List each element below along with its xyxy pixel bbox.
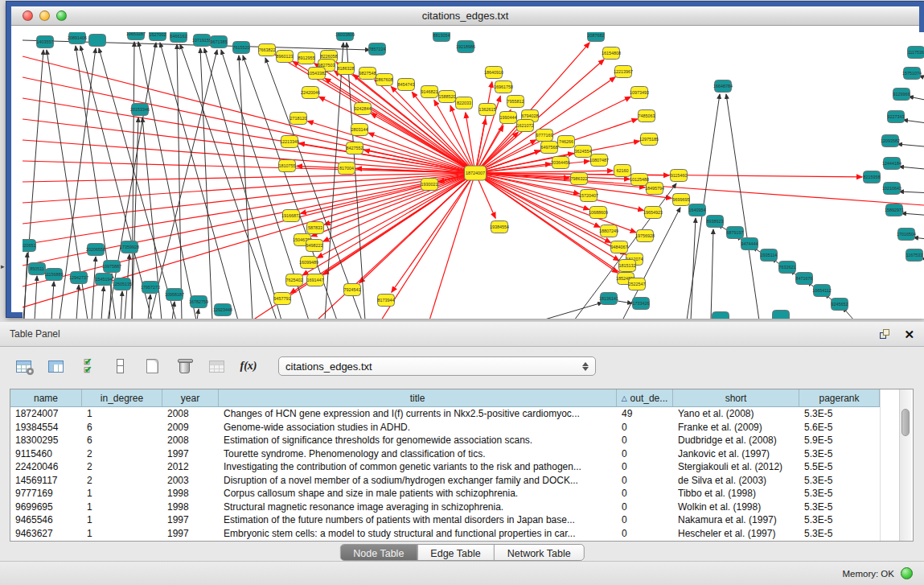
graph-node[interactable]: 20891406 (68, 32, 87, 44)
graph-node[interactable]: 10210643 (882, 183, 901, 195)
column-header-short[interactable]: short (673, 389, 799, 406)
graph-node[interactable]: 16961758 (494, 81, 513, 93)
graph-node[interactable]: 18136141 (599, 293, 618, 305)
graph-node[interactable]: 10975887 (102, 261, 121, 273)
graph-node[interactable]: 12213349 (280, 136, 299, 148)
graph-node[interactable]: 10688609 (589, 207, 608, 219)
graph-node[interactable]: 12213967 (614, 66, 633, 78)
graph-node[interactable]: 9827548 (359, 68, 376, 80)
graph-node[interactable]: 1588520 (439, 91, 456, 103)
graph-node[interactable]: 20206556 (86, 244, 105, 256)
graph-node[interactable]: 9242844 (355, 103, 372, 115)
graph-node[interactable]: 8960123 (277, 51, 294, 63)
column-header-out_de[interactable]: △out_de... (617, 389, 673, 406)
new-column-button[interactable] (142, 356, 162, 377)
row-options-button[interactable] (109, 356, 130, 377)
graph-node[interactable]: 10125488 (630, 174, 649, 186)
graph-node[interactable]: 12505135 (113, 278, 132, 290)
graph-node[interactable]: 15751074 (902, 68, 922, 80)
graph-node[interactable]: 1621072 (517, 120, 534, 132)
graph-node[interactable]: 7857224 (369, 43, 386, 56)
graph-node[interactable]: 1691447 (307, 274, 324, 286)
graph-node[interactable]: 9146821 (421, 86, 438, 98)
graph-node[interactable]: 7632621 (779, 262, 796, 274)
graph-node[interactable]: 1545194 (96, 274, 113, 286)
graph-node[interactable]: 7955812 (507, 96, 524, 108)
minimize-window-button[interactable] (39, 10, 50, 21)
tab-network-table[interactable]: Network Table (495, 545, 584, 560)
graph-node[interactable]: 9227343 (888, 111, 905, 123)
graph-node[interactable]: 10543382 (307, 68, 326, 80)
graph-node[interactable]: 10973493 (630, 87, 649, 99)
scrollbar-thumb[interactable] (901, 409, 910, 436)
graph-node[interactable]: 10807487 (589, 154, 609, 167)
graph-node[interactable]: 7615520 (233, 42, 250, 54)
graph-node[interactable]: 8813054 (433, 32, 450, 42)
graph-node[interactable]: 19384554 (490, 221, 509, 233)
graph-node[interactable]: 1403557 (37, 36, 54, 48)
column-header-year[interactable]: year (162, 389, 219, 406)
graph-node[interactable]: 8173944 (378, 295, 395, 307)
column-options-button[interactable] (45, 356, 66, 377)
column-header-name[interactable]: name (10, 389, 82, 406)
graph-node[interactable]: 2935114 (761, 249, 778, 262)
table-row[interactable]: 1830029562008Estimation of significance … (10, 434, 880, 447)
graph-node[interactable]: 822033 (456, 97, 473, 109)
graph-node[interactable]: 12093582 (881, 135, 900, 147)
graph-node[interactable]: 1930021 (421, 179, 438, 191)
graph-node[interactable]: 22420046 (301, 87, 320, 99)
graph-node[interactable] (773, 311, 790, 319)
table-row[interactable]: 946554611997Estimation of the future num… (10, 513, 880, 527)
close-panel-icon[interactable]: ✕ (904, 328, 914, 340)
graph-node[interactable]: 8471676 (796, 273, 813, 285)
table-row[interactable]: 911546021997Tourette syndrome. Phenomeno… (10, 447, 880, 461)
graph-node[interactable]: 1733426 (633, 298, 650, 310)
column-header-title[interactable]: title (219, 389, 617, 406)
graph-node[interactable]: 7986322 (571, 173, 588, 185)
graph-node[interactable]: 9484067 (611, 241, 628, 253)
graph-node[interactable]: 9129966 (893, 89, 910, 101)
graph-node[interactable]: 1815132 (619, 260, 636, 272)
graph-node[interactable]: 16099489 (299, 257, 318, 269)
graph-node[interactable]: 19166872 (281, 210, 301, 222)
graph-node[interactable]: 12942737 (69, 272, 88, 284)
graph-node[interactable]: 17957273 (141, 282, 160, 294)
graph-node[interactable]: 10719155 (192, 35, 211, 47)
memory-ok-indicator[interactable] (901, 567, 913, 579)
network-canvas[interactable]: 8960123891295582260589827503105433828186… (23, 32, 924, 319)
panel-collapse-arrow[interactable]: ▸ (1, 262, 5, 270)
table-row[interactable]: 2242004622012Investigating the contribut… (10, 460, 880, 474)
table-row[interactable]: 1938455462009Genome-wide association stu… (10, 421, 880, 435)
graph-node[interactable]: 18495794 (645, 183, 664, 195)
graph-node[interactable]: 9699695 (673, 194, 690, 206)
table-row[interactable]: 977716911998Corpus callosum shape and si… (10, 487, 880, 501)
graph-node[interactable]: 8454743 (398, 79, 415, 91)
select-columns-button[interactable]: ✔✔ (77, 356, 98, 377)
table-selector-dropdown[interactable]: citations_edges.txt (278, 356, 596, 376)
graph-node[interactable]: 3624554 (575, 146, 592, 158)
graph-node[interactable]: 1117536 (908, 47, 924, 59)
graph-node[interactable]: 10958187 (165, 289, 184, 301)
graph-node[interactable]: 817004 (339, 163, 355, 175)
graph-node[interactable]: 12975185 (639, 134, 659, 146)
graph-node[interactable]: 6879197 (727, 227, 744, 239)
graph-node[interactable]: 2520651 (23, 240, 36, 252)
graph-node[interactable]: 8186328 (338, 63, 355, 75)
graph-node[interactable]: 62160 (614, 165, 631, 177)
graph-node[interactable]: 9777169 (536, 130, 553, 142)
graph-node[interactable]: 18640910 (484, 67, 503, 79)
graph-node[interactable]: 12923448 (213, 304, 232, 316)
graph-node[interactable]: 17359928 (120, 241, 139, 253)
graph-node[interactable]: 10653287 (126, 32, 146, 40)
graph-node[interactable]: 10654112 (812, 285, 832, 297)
close-window-button[interactable] (23, 10, 33, 21)
graph-node[interactable]: 8912955 (298, 52, 315, 64)
graph-node[interactable]: 1362615 (479, 104, 496, 116)
graph-node[interactable]: 16033809 (335, 32, 355, 41)
graph-node[interactable]: 15892971 (885, 204, 904, 216)
delete-column-button[interactable] (174, 356, 195, 377)
graph-node[interactable]: 20153346 (130, 104, 150, 116)
graph-node[interactable]: 18807249 (599, 225, 618, 237)
graph-node[interactable]: 7485063 (639, 110, 655, 122)
graph-node[interactable]: 11156889 (44, 269, 63, 281)
